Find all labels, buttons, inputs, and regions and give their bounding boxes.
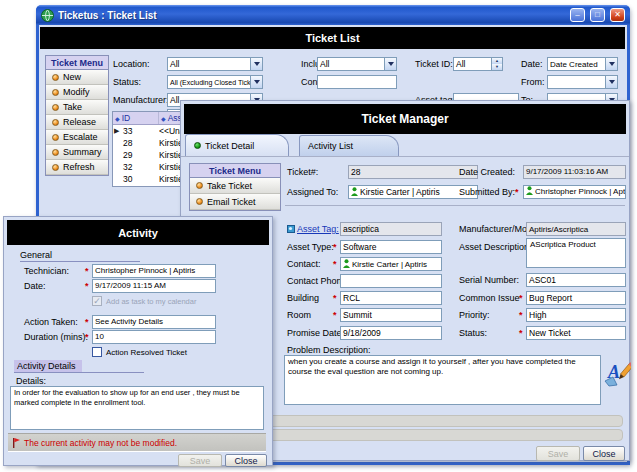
sort-icon: ◆	[115, 115, 120, 122]
status-value: All (Excluding Closed Tickets)	[170, 79, 262, 86]
asset-tag-label[interactable]: Asset Tag:	[297, 224, 339, 234]
sort-icon: ◆	[161, 115, 166, 122]
menu-item-summary[interactable]: Summary	[46, 145, 108, 160]
tab-separator	[181, 156, 629, 157]
date-select[interactable]: Date Created	[547, 57, 618, 71]
duration-field[interactable]: 10	[92, 330, 216, 344]
person-icon	[351, 187, 358, 196]
details-textarea[interactable]: In order for the evaluation to show up f…	[10, 386, 264, 430]
details-text: In order for the evaluation to show up f…	[14, 388, 240, 407]
required-marker: *	[333, 293, 337, 303]
activity-date-field[interactable]: 9/17/2009 11:15 AM	[92, 279, 216, 293]
date-filter-label: Date:	[521, 59, 543, 69]
common-issue-field[interactable]: Bug Report	[526, 291, 626, 305]
status-select[interactable]: All (Excluding Closed Tickets)	[167, 75, 263, 89]
serial-number-field[interactable]: ASC01	[526, 273, 626, 287]
close-button[interactable]: Close	[225, 454, 267, 467]
assigned-to-label: Assigned To:	[287, 187, 338, 197]
menu-item-modify[interactable]: Modify	[46, 85, 108, 100]
common-issue-label: Common Issue	[459, 293, 520, 303]
save-button[interactable]: Save	[178, 454, 222, 467]
from-select[interactable]	[547, 75, 618, 89]
desktop: Ticketus : Ticket List – □ ✕ Ticket List…	[0, 0, 637, 472]
contact-field[interactable]: Kirstie Carter | Aptiris	[340, 257, 442, 271]
cell-id: 33	[123, 126, 132, 136]
close-button[interactable]: Close	[583, 446, 625, 461]
room-field[interactable]: Summit	[340, 308, 442, 322]
menu-item-label: Refresh	[63, 162, 95, 172]
menu-item-email-ticket[interactable]: Email Ticket	[190, 194, 280, 210]
priority-label: Priority:	[459, 310, 490, 320]
required-marker: *	[515, 187, 519, 197]
spellcheck-icon[interactable]: A	[603, 359, 631, 389]
menu-item-new[interactable]: New	[46, 70, 108, 85]
asset-description-textarea[interactable]: AScriptica Product	[526, 238, 626, 268]
ticket-list-header: Ticket List	[40, 27, 625, 49]
problem-description-label: Problem Description:	[287, 345, 371, 355]
bullet-icon	[52, 119, 59, 126]
required-marker: *	[333, 242, 337, 252]
activity-date-value: 9/17/2009 11:15 AM	[95, 281, 166, 290]
spinner-buttons[interactable]: ▲▼	[491, 58, 502, 70]
warning-bar: The current activity may not be modified…	[8, 433, 266, 452]
calendar-checkbox-label: Add as task to my calendar	[106, 297, 196, 306]
menu-item-take[interactable]: Take	[46, 100, 108, 115]
chevron-down-icon[interactable]	[605, 76, 617, 88]
column-id-label: ID	[122, 113, 131, 123]
tab-ticket-detail[interactable]: Ticket Detail	[185, 134, 289, 156]
technician-value: Christopher Pinnock | Aptiris	[95, 266, 195, 275]
menu-item-label: Take	[63, 102, 82, 112]
chevron-down-icon[interactable]	[384, 58, 396, 70]
ticket-id-spinner[interactable]: All ▲▼	[453, 57, 503, 71]
action-taken-field[interactable]: See Activity Details	[92, 315, 216, 329]
tab-activity-list[interactable]: Activity List	[299, 135, 399, 156]
asset-type-field[interactable]: Software	[340, 240, 442, 254]
ticket-no-label: Ticket#:	[287, 167, 318, 177]
person-icon	[343, 259, 350, 268]
contact-filter-input[interactable]	[317, 75, 397, 89]
minimize-button[interactable]: –	[570, 8, 585, 22]
promise-date-field[interactable]: 9/18/2009	[340, 326, 442, 340]
location-select[interactable]: All	[167, 57, 263, 71]
titlebar[interactable]: Ticketus : Ticket List – □ ✕	[36, 5, 630, 25]
required-marker: *	[519, 310, 523, 320]
chevron-down-icon[interactable]	[250, 58, 262, 70]
chevron-down-icon[interactable]	[250, 76, 262, 88]
column-header-id[interactable]: ◆ID	[113, 112, 159, 124]
action-resolved-checkbox[interactable]	[92, 347, 102, 357]
asset-tag-link[interactable]: Asset Tag:	[287, 224, 339, 235]
problem-description-textarea[interactable]: when you create a course and assign it t…	[284, 355, 601, 405]
activity-date-label: Date:	[24, 281, 46, 291]
technician-field[interactable]: Christopher Pinnock | Aptiris	[92, 264, 216, 278]
close-button[interactable]: ✕	[610, 8, 625, 22]
warning-text: The current activity may not be modified…	[24, 438, 177, 448]
bullet-icon	[52, 149, 59, 156]
problem-description-text: when you create a course and assign it t…	[288, 357, 576, 376]
menu-item-escalate[interactable]: Escalate	[46, 130, 108, 145]
menu-item-label: Escalate	[63, 132, 98, 142]
chevron-down-icon[interactable]	[605, 58, 617, 70]
building-field[interactable]: RCL	[340, 291, 442, 305]
activity-header: Activity	[7, 220, 269, 245]
menu-item-refresh[interactable]: Refresh	[46, 160, 108, 175]
ticket-manager-header: Ticket Manager	[184, 104, 626, 134]
date-created-value: 9/17/2009 11:03:16 AM	[526, 167, 608, 176]
maximize-button[interactable]: □	[590, 8, 605, 22]
status-field[interactable]: New Ticket	[526, 326, 626, 340]
section-divider	[285, 205, 625, 206]
menu-item-take-ticket[interactable]: Take Ticket	[190, 178, 280, 194]
window-title: Ticketus : Ticket List	[58, 10, 565, 21]
include-select[interactable]: All	[317, 57, 397, 71]
promise-date-value: 9/18/2009	[343, 328, 381, 338]
submitted-by-field[interactable]: Christopher Pinnock | Apti...	[523, 185, 626, 199]
save-button[interactable]: Save	[536, 446, 580, 461]
contact-phone-field[interactable]	[340, 274, 442, 288]
section-general-label: General	[20, 250, 52, 260]
asset-type-label: Asset Type:	[287, 242, 334, 252]
spin-down-icon: ▼	[492, 64, 502, 70]
common-issue-value: Bug Report	[529, 293, 572, 303]
ticket-manager-menu-panel: Ticket Menu Take Ticket Email Ticket	[189, 163, 281, 211]
calendar-checkbox[interactable]: ✓	[92, 296, 102, 306]
priority-field[interactable]: High	[526, 308, 626, 322]
menu-item-release[interactable]: Release	[46, 115, 108, 130]
